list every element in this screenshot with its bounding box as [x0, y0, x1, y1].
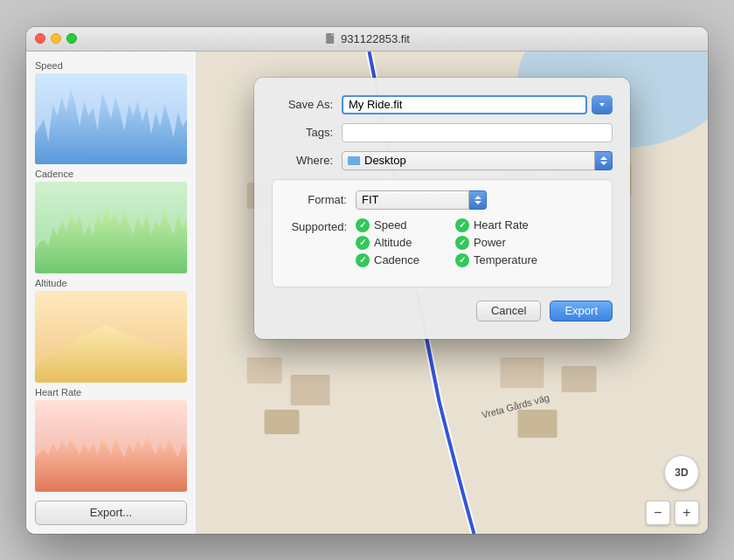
main-content: Speed Cadence: [26, 52, 708, 534]
close-button[interactable]: [35, 33, 45, 44]
app-window: 931122853.fit Speed: [26, 27, 708, 534]
zoom-in-button[interactable]: +: [675, 501, 699, 525]
supported-row: Supported: Speed Heart Rate Altitude: [286, 218, 599, 267]
svg-marker-2: [35, 88, 187, 164]
supported-altitude: Altitude: [356, 236, 438, 250]
check-cadence-icon: [356, 253, 370, 267]
cadence-chart: [35, 182, 187, 273]
zoom-out-button[interactable]: −: [646, 501, 670, 525]
svg-rect-16: [247, 357, 282, 384]
format-label: Format:: [286, 193, 356, 206]
speed-chart-section: Speed: [35, 60, 187, 165]
speed-label: Speed: [35, 60, 187, 71]
supported-cadence: Cadence: [356, 253, 438, 267]
tags-input[interactable]: [342, 123, 613, 142]
folder-icon: [348, 156, 360, 165]
svg-marker-3: [35, 204, 187, 273]
tags-label: Tags:: [272, 126, 342, 139]
svg-marker-5: [35, 433, 187, 491]
sidebar: Speed Cadence: [26, 52, 197, 534]
file-icon: [324, 32, 336, 45]
stepper-up-icon: [600, 156, 607, 160]
sidebar-export-button[interactable]: Export...: [35, 501, 187, 525]
heartrate-chart: [35, 400, 187, 492]
title-bar: 931122853.fit: [26, 27, 708, 52]
svg-rect-20: [562, 366, 597, 392]
save-as-row: Save As:: [272, 95, 613, 114]
format-select-wrap: FIT: [356, 190, 487, 210]
supported-speed-label: Speed: [374, 218, 407, 232]
supported-power: Power: [455, 236, 537, 250]
format-stepper[interactable]: [469, 190, 487, 210]
altitude-label: Altitude: [35, 278, 187, 288]
check-altitude-icon: [356, 236, 370, 250]
format-section: Format: FIT Supported:: [272, 179, 613, 287]
check-power-icon: [455, 236, 469, 250]
supported-temperature: Temperature: [455, 253, 537, 267]
check-speed-icon: [356, 218, 370, 232]
cadence-label: Cadence: [35, 169, 187, 179]
where-wrap: Desktop: [342, 151, 613, 170]
format-stepper-down-icon: [474, 201, 481, 204]
map-zoom-controls: − +: [646, 501, 699, 525]
svg-rect-19: [501, 357, 544, 388]
svg-rect-21: [518, 410, 557, 438]
svg-rect-18: [265, 410, 300, 434]
where-stepper[interactable]: [595, 151, 613, 170]
supported-altitude-label: Altitude: [374, 236, 412, 249]
format-stepper-up-icon: [474, 196, 481, 199]
altitude-chart-section: Altitude: [35, 278, 187, 383]
check-temperature-icon: [455, 253, 469, 267]
altitude-chart: [35, 291, 187, 383]
map-3d-button[interactable]: 3D: [664, 455, 699, 490]
where-row: Where: Desktop: [272, 151, 613, 170]
where-value: Desktop: [364, 154, 406, 167]
supported-cadence-label: Cadence: [374, 253, 419, 266]
dialog-buttons: Cancel Export: [272, 301, 613, 321]
maximize-button[interactable]: [66, 33, 77, 44]
traffic-lights: [35, 33, 77, 44]
format-value: FIT: [362, 193, 379, 206]
tags-row: Tags:: [272, 123, 613, 142]
save-as-dropdown[interactable]: [592, 95, 613, 114]
heartrate-chart-section: Heart Rate: [35, 387, 187, 492]
format-select[interactable]: FIT: [356, 190, 469, 210]
supported-grid: Speed Heart Rate Altitude Power: [356, 218, 537, 267]
svg-rect-17: [291, 375, 330, 405]
supported-label: Supported:: [286, 218, 356, 233]
supported-heartrate-label: Heart Rate: [474, 218, 529, 232]
cancel-button[interactable]: Cancel: [476, 301, 541, 321]
check-heartrate-icon: [455, 218, 469, 232]
supported-speed: Speed: [356, 218, 438, 232]
speed-chart: [35, 73, 187, 165]
svg-marker-23: [599, 103, 605, 107]
export-button[interactable]: Export: [550, 301, 613, 321]
save-as-input[interactable]: [342, 95, 587, 114]
format-row: Format: FIT: [286, 190, 599, 210]
supported-heartrate: Heart Rate: [455, 218, 537, 232]
where-label: Where:: [272, 154, 342, 167]
supported-power-label: Power: [474, 236, 506, 249]
window-title: 931122853.fit: [324, 32, 410, 45]
where-select[interactable]: Desktop: [342, 151, 595, 170]
heartrate-label: Heart Rate: [35, 387, 187, 398]
cadence-chart-section: Cadence: [35, 169, 187, 273]
save-as-wrap: [342, 95, 613, 114]
stepper-down-icon: [600, 162, 607, 165]
svg-marker-4: [35, 324, 187, 382]
tags-wrap: [342, 123, 613, 142]
supported-temperature-label: Temperature: [474, 253, 537, 266]
save-dialog: Save As: Tags: Where:: [254, 78, 630, 339]
save-as-label: Save As:: [272, 98, 342, 111]
minimize-button[interactable]: [51, 33, 61, 44]
